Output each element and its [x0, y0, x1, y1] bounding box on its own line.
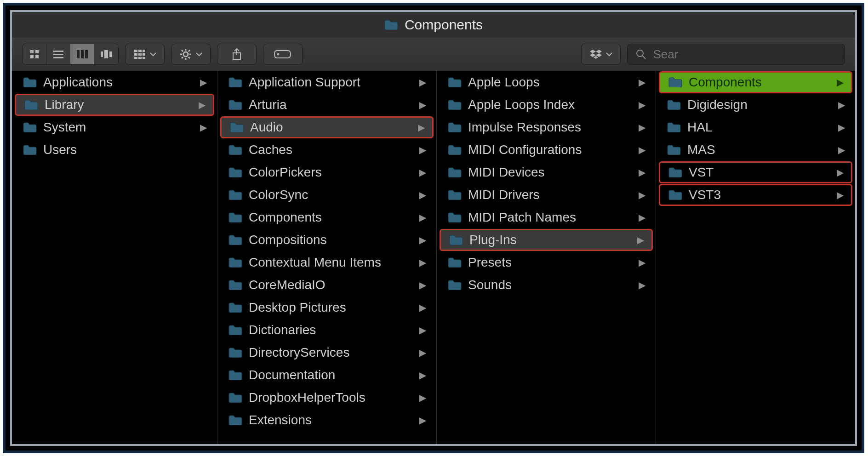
icon-view-button[interactable]: [23, 44, 46, 64]
chevron-down-icon: [606, 48, 612, 61]
action-button[interactable]: [171, 44, 211, 65]
folder-row[interactable]: Compositions▶: [220, 229, 434, 251]
folder-row[interactable]: System▶: [15, 116, 214, 138]
folder-row[interactable]: CoreMediaIO▶: [220, 274, 434, 296]
folder-icon: [228, 167, 242, 177]
chevron-right-icon: ▶: [637, 234, 648, 245]
share-button[interactable]: [217, 44, 257, 65]
browser-column: Applications▶Library▶System▶Users: [12, 71, 217, 444]
chevron-right-icon: ▶: [200, 122, 211, 133]
search-field[interactable]: [627, 44, 845, 65]
folder-row[interactable]: MIDI Drivers▶: [440, 184, 653, 206]
folder-row[interactable]: Plug-Ins▶: [440, 229, 653, 251]
folder-row[interactable]: MAS▶: [659, 139, 852, 161]
folder-row[interactable]: Impulse Responses▶: [440, 116, 653, 138]
folder-row[interactable]: Audio▶: [220, 116, 434, 138]
svg-line-30: [188, 50, 190, 51]
folder-label: VST: [689, 165, 714, 180]
folder-row[interactable]: Components▶: [659, 71, 852, 93]
window-inner: Components: [10, 10, 857, 446]
folder-label: Components: [249, 210, 322, 225]
svg-rect-14: [138, 50, 142, 52]
search-input[interactable]: [652, 47, 837, 62]
folder-label: MIDI Configurations: [468, 142, 582, 157]
svg-rect-16: [134, 53, 137, 56]
folder-icon: [228, 325, 242, 335]
folder-row[interactable]: ColorPickers▶: [220, 161, 434, 183]
folder-row[interactable]: Application Support▶: [220, 71, 434, 93]
folder-row[interactable]: Components▶: [220, 206, 434, 228]
dropbox-icon: [589, 48, 602, 61]
svg-rect-1: [35, 50, 39, 53]
folder-row[interactable]: Documentation▶: [220, 364, 434, 386]
group-by-button[interactable]: [125, 44, 165, 65]
folder-icon: [228, 280, 242, 290]
chevron-right-icon: ▶: [419, 302, 430, 313]
svg-line-28: [188, 57, 190, 58]
folder-row[interactable]: DirectoryServices▶: [220, 342, 434, 364]
list-view-icon: [52, 48, 65, 61]
folder-row[interactable]: HAL▶: [659, 116, 852, 138]
folder-row[interactable]: VST3▶: [659, 184, 852, 206]
folder-row[interactable]: Digidesign▶: [659, 94, 852, 116]
folder-row[interactable]: Applications▶: [15, 71, 214, 93]
folder-label: Digidesign: [687, 97, 748, 112]
folder-icon: [228, 235, 242, 245]
chevron-right-icon: ▶: [639, 77, 649, 88]
browser-column: Application Support▶Arturia▶Audio▶Caches…: [217, 71, 437, 444]
chevron-right-icon: ▶: [837, 189, 847, 200]
folder-row[interactable]: DropboxHelperTools▶: [220, 387, 434, 409]
folder-row[interactable]: Contextual Menu Items▶: [220, 251, 434, 274]
toolbar: [12, 38, 855, 71]
folder-row[interactable]: ColorSync▶: [220, 184, 434, 206]
column-view-button[interactable]: [70, 44, 94, 64]
folder-label: Desktop Pictures: [249, 300, 346, 315]
folder-row[interactable]: MIDI Configurations▶: [440, 139, 653, 161]
chevron-right-icon: ▶: [419, 212, 430, 223]
folder-label: DropboxHelperTools: [249, 390, 365, 405]
folder-icon: [228, 257, 242, 268]
folder-label: Apple Loops: [468, 75, 540, 90]
folder-row[interactable]: MIDI Patch Names▶: [440, 206, 653, 228]
folder-row[interactable]: Dictionaries▶: [220, 319, 434, 341]
folder-row[interactable]: Caches▶: [220, 139, 434, 161]
folder-icon: [448, 212, 462, 222]
folder-label: Users: [43, 142, 77, 157]
folder-icon: [23, 122, 37, 132]
folder-icon: [230, 122, 244, 132]
folder-row[interactable]: Apple Loops Index▶: [440, 94, 653, 116]
folder-icon: [667, 122, 681, 132]
folder-row[interactable]: Apple Loops▶: [440, 71, 653, 93]
chevron-right-icon: ▶: [419, 279, 430, 291]
folder-row[interactable]: Extensions▶: [220, 409, 434, 431]
folder-icon: [228, 77, 242, 87]
chevron-right-icon: ▶: [419, 234, 430, 245]
folder-label: VST3: [689, 188, 721, 202]
chevron-down-icon: [150, 48, 156, 61]
folder-icon: [668, 167, 682, 177]
folder-label: MAS: [687, 142, 715, 157]
folder-row[interactable]: MIDI Devices▶: [440, 161, 653, 183]
chevron-right-icon: ▶: [419, 77, 430, 88]
folder-row[interactable]: Arturia▶: [220, 94, 434, 116]
coverflow-view-button[interactable]: [94, 44, 118, 64]
edit-tags-button[interactable]: [263, 44, 303, 65]
folder-icon: [228, 348, 242, 358]
folder-row[interactable]: VST▶: [659, 161, 852, 183]
chevron-right-icon: ▶: [838, 99, 849, 110]
folder-row[interactable]: Desktop Pictures▶: [220, 296, 434, 319]
folder-row[interactable]: Presets▶: [440, 251, 653, 274]
chevron-right-icon: ▶: [838, 144, 849, 155]
folder-icon: [228, 415, 242, 425]
folder-label: HAL: [687, 120, 712, 135]
chevron-right-icon: ▶: [419, 325, 430, 336]
folder-icon: [24, 100, 38, 110]
folder-row[interactable]: Sounds▶: [440, 274, 653, 296]
folder-row[interactable]: Library▶: [15, 94, 214, 116]
folder-icon: [448, 257, 462, 268]
chevron-right-icon: ▶: [838, 122, 849, 133]
folder-row[interactable]: Users: [15, 139, 214, 161]
folder-icon: [228, 370, 242, 380]
list-view-button[interactable]: [46, 44, 70, 64]
dropbox-button[interactable]: [581, 44, 621, 65]
